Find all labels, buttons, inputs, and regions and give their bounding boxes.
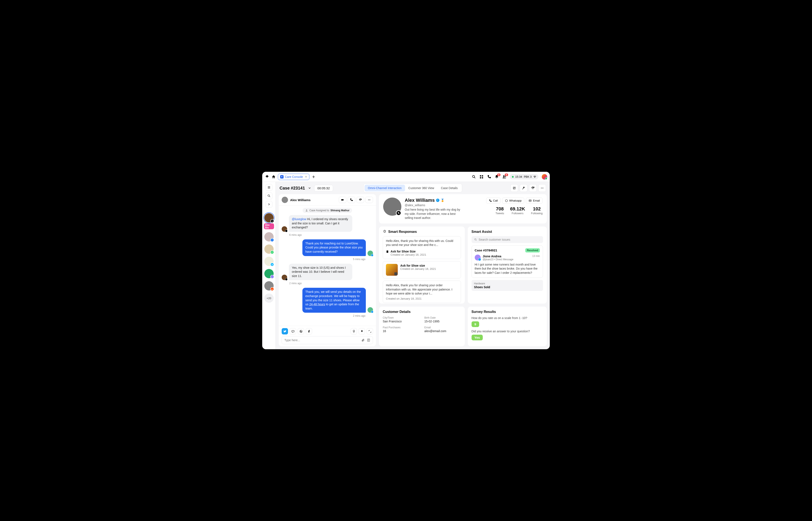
medal-icon: 🏅 xyxy=(441,199,444,202)
stat-following: 102 xyxy=(531,206,542,212)
user-avatar[interactable] xyxy=(542,174,547,180)
clock-time: 15:34 xyxy=(515,175,522,178)
smart-response-card[interactable]: Hello Alex, thank you for sharing your o… xyxy=(383,280,461,303)
related-case-card[interactable]: Case #3784921 Resolved Jione Andrea@jioa… xyxy=(472,246,543,278)
suggestions-button[interactable] xyxy=(350,328,357,335)
brand-logo xyxy=(265,175,270,179)
survey-score: 9 xyxy=(472,321,479,327)
chat-message: @luxeglow Hi, I ordered my shoes recentl… xyxy=(289,215,352,232)
email-button[interactable]: Email xyxy=(526,198,542,204)
chat-call-button[interactable] xyxy=(348,197,355,203)
response-thumbnail xyxy=(386,264,398,276)
status-pill[interactable]: 15:34 PBK 3 xyxy=(510,174,538,179)
attachment-button[interactable] xyxy=(361,338,365,342)
channel-viber-icon: ☏ xyxy=(270,275,274,279)
tab-case-details[interactable]: Case Details xyxy=(437,185,461,191)
chat-more-button[interactable] xyxy=(365,197,373,203)
refresh-button[interactable] xyxy=(529,184,537,192)
customer-details-title: Customer Details xyxy=(383,310,461,314)
message-time: 2 mins ago xyxy=(289,282,373,285)
channel-x-icon: 𝕏 xyxy=(270,219,274,223)
svg-point-23 xyxy=(474,239,476,240)
popout-button[interactable] xyxy=(510,184,518,192)
home-button[interactable] xyxy=(272,175,276,179)
survey-question: How do you rate us on a scale from 1 -10… xyxy=(472,316,543,320)
conversation-item[interactable]: ☏ xyxy=(264,269,274,278)
status-badge: Resolved xyxy=(525,248,540,252)
chat-message: Yes, my shoe size is 10 (US) and shoes I… xyxy=(289,264,352,280)
call-button[interactable]: Call xyxy=(486,198,500,204)
smart-response-card[interactable]: Hello Alex, thank you for sharing this w… xyxy=(383,236,461,259)
svg-rect-4 xyxy=(482,177,483,178)
more-button[interactable] xyxy=(538,184,546,192)
case-dropdown-button[interactable] xyxy=(308,186,311,190)
profile-avatar: 𝕏 xyxy=(383,198,401,216)
smart-response-card[interactable]: Ask for Shoe sizeCreated on January 18, … xyxy=(383,261,461,278)
magic-button[interactable] xyxy=(520,184,527,192)
message-input[interactable] xyxy=(284,338,359,342)
smart-assist-tag[interactable]: Hardware Shoes Sold xyxy=(472,280,543,291)
detail-birthdate: Birth Date15-02-1995 xyxy=(424,316,461,323)
conversation-item[interactable]: ✆ xyxy=(264,245,274,254)
svg-point-18 xyxy=(300,330,302,332)
profile-bio: Out here living my best life with my dog… xyxy=(405,208,464,220)
compose-input[interactable] xyxy=(282,336,373,344)
chat-refresh-button[interactable] xyxy=(357,197,364,203)
menu-button[interactable] xyxy=(265,184,272,191)
notifications-button[interactable]: 8 xyxy=(495,175,499,179)
case-assigned-pill: Case Assigned to Shivang Mathur xyxy=(303,208,352,213)
rail-search-button[interactable] xyxy=(265,192,272,199)
channel-facebook-icon: f xyxy=(270,238,274,242)
svg-point-10 xyxy=(542,188,542,188)
sprinklr-button[interactable] xyxy=(359,328,365,335)
conversation-item[interactable]: f xyxy=(264,232,274,242)
search-button[interactable] xyxy=(472,175,476,179)
stat-followers: 69.12K xyxy=(510,206,525,212)
svg-point-14 xyxy=(369,200,369,200)
people-button[interactable]: 8 xyxy=(502,175,507,179)
channel-reddit-icon: ● xyxy=(270,287,274,291)
svg-rect-22 xyxy=(387,251,388,253)
expand-compose-button[interactable] xyxy=(367,328,373,335)
svg-point-5 xyxy=(503,175,505,177)
phone-button[interactable] xyxy=(487,175,491,179)
channel-sms-button[interactable] xyxy=(290,328,296,335)
expand-button[interactable] xyxy=(265,201,272,208)
svg-rect-2 xyxy=(482,175,483,176)
conversation-timer: 10m 32s xyxy=(264,223,274,229)
status-dot xyxy=(512,176,514,178)
svg-point-15 xyxy=(370,200,370,200)
related-user-avatar xyxy=(475,255,480,260)
template-button[interactable] xyxy=(367,338,370,342)
tab-icon: ♥ xyxy=(280,175,283,179)
active-tab[interactable]: ♥ Care Console × xyxy=(278,174,309,180)
survey-question: Did you receive an answer to your questi… xyxy=(472,330,543,333)
channel-facebook-button[interactable] xyxy=(306,328,312,335)
smart-assist-search[interactable]: Search customer issues xyxy=(472,236,543,243)
case-title: Case #23141 xyxy=(280,186,305,190)
svg-rect-1 xyxy=(480,175,481,176)
tab-omnichannel[interactable]: Omni-Channel Interaction xyxy=(365,185,405,191)
conversation-item[interactable]: ◔ xyxy=(264,257,274,266)
whatsapp-button[interactable]: Whatsapp xyxy=(502,198,525,204)
svg-rect-17 xyxy=(292,331,294,332)
more-conversations-button[interactable]: +20 xyxy=(264,293,274,303)
channel-twitter-button[interactable] xyxy=(282,328,288,335)
notification-badge: 8 xyxy=(497,174,500,176)
tab-customer-360[interactable]: Customer 360 View xyxy=(405,185,437,191)
customer-avatar xyxy=(282,226,287,232)
svg-point-20 xyxy=(506,200,508,202)
profile-channel-icon: 𝕏 xyxy=(396,210,401,216)
case-timer: 00:05:32 xyxy=(314,185,333,191)
add-tab-button[interactable] xyxy=(312,175,316,179)
smart-assist-title: Smart Assist xyxy=(472,230,543,234)
survey-answer: Yes xyxy=(472,335,483,340)
close-tab-button[interactable]: × xyxy=(305,175,307,179)
chat-video-button[interactable] xyxy=(339,197,346,203)
tab-label: Care Console xyxy=(285,175,303,179)
conversation-item[interactable]: ● xyxy=(264,281,274,291)
conversation-item[interactable]: 𝕏 10m 32s xyxy=(264,213,274,229)
detail-purchases: Past Purchases16 xyxy=(383,326,419,333)
channel-whatsapp-button[interactable] xyxy=(298,328,304,335)
apps-button[interactable] xyxy=(479,175,484,179)
